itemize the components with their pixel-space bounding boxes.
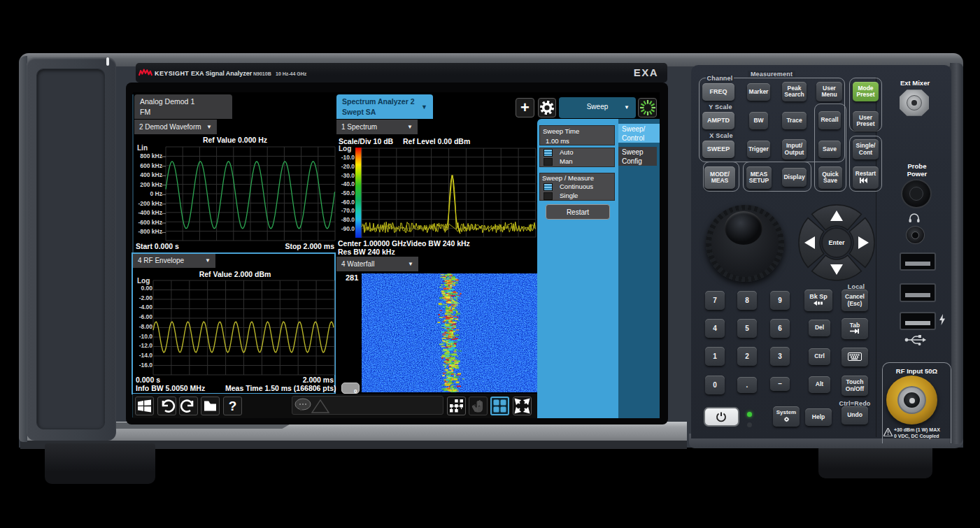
svg-text:Enter: Enter — [828, 239, 845, 246]
